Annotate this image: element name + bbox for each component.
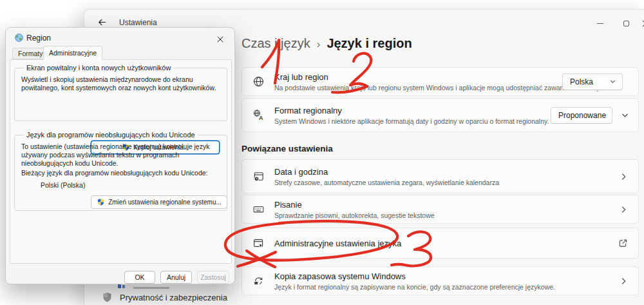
format-row-subtitle: System Windows i niektóre aplikacje form… bbox=[274, 117, 549, 125]
uac-shield-icon bbox=[97, 198, 105, 206]
close-icon bbox=[217, 36, 223, 43]
apply-button-disabled: Zastosuj bbox=[197, 271, 229, 284]
change-system-locale-button[interactable]: Zmień ustawienia regionalne systemu... bbox=[91, 195, 227, 209]
ok-button[interactable]: OK bbox=[124, 271, 155, 284]
tab-administracyjne[interactable]: Administracyjne bbox=[43, 46, 102, 60]
close-icon bbox=[642, 20, 644, 27]
dialog-close-button[interactable] bbox=[213, 32, 228, 46]
calendar-clock-icon bbox=[252, 170, 265, 182]
row-date-time[interactable]: Data i godzina Strefy czasowe, automatyc… bbox=[242, 159, 639, 193]
partial-sidebar-icon-fragment bbox=[118, 284, 121, 288]
related-settings-header: Powiązane ustawienia bbox=[242, 144, 333, 153]
sidebar-item-privacy[interactable]: Prywatność i zabezpieczenia bbox=[102, 292, 227, 302]
unicode-language-groupbox: Język dla programów nieobsługujących kod… bbox=[14, 131, 227, 211]
desktop: Ustawienia Czas i język › Język i region… bbox=[0, 0, 644, 305]
row-regional-format: A Format regionalny System Windows i nie… bbox=[242, 98, 639, 132]
dialog-title: Region bbox=[26, 34, 51, 43]
region-dialog: Region Formaty Administracyjne Ekran pow… bbox=[5, 27, 235, 284]
format-dropdown[interactable]: Proponowane bbox=[551, 107, 612, 124]
settings-window-title: Ustawienia bbox=[119, 18, 157, 27]
breadcrumb-parent[interactable]: Czas i język bbox=[242, 36, 310, 51]
breadcrumb: Czas i język › Język i region bbox=[242, 36, 412, 51]
minimize-icon bbox=[597, 23, 603, 24]
keyboard-icon bbox=[252, 203, 265, 215]
shield-icon bbox=[102, 292, 112, 302]
row-administrative-language-settings[interactable]: Administracyjne ustawienia języka bbox=[242, 228, 639, 259]
back-arrow-icon bbox=[97, 17, 107, 27]
row-country-or-region: Kraj lub region Na podstawie ustawienia … bbox=[242, 67, 639, 96]
cancel-button[interactable]: Anuluj bbox=[160, 271, 192, 284]
maximize-icon bbox=[623, 21, 629, 26]
chevron-right-icon bbox=[620, 205, 628, 213]
welcome-groupbox-description: Wyświetl i skopiuj ustawienia międzynaro… bbox=[21, 75, 220, 92]
globe-icon bbox=[252, 75, 265, 88]
unicode-groupbox-description: To ustawienie (ustawienia regionalne sys… bbox=[21, 143, 220, 168]
partial-sidebar-icon-fragment bbox=[122, 285, 125, 288]
row-windows-backup[interactable]: Kopia zapasowa systemu Windows Język i f… bbox=[242, 266, 639, 295]
admin-language-icon bbox=[252, 237, 265, 250]
unicode-groupbox-legend: Język dla programów nieobsługujących kod… bbox=[24, 131, 198, 139]
country-dropdown[interactable]: Polska bbox=[562, 74, 623, 90]
datetime-row-title: Data i godzina bbox=[274, 167, 499, 177]
page-title: Język i region bbox=[327, 36, 412, 51]
datetime-row-subtitle: Strefy czasowe, automatyczne ustawienia … bbox=[274, 179, 499, 186]
backup-row-title: Kopia zapasowa systemu Windows bbox=[274, 271, 555, 281]
tab-page-administrative: Ekran powitalny i konta nowych użytkowni… bbox=[10, 59, 232, 264]
country-dropdown-value: Polska bbox=[570, 77, 593, 86]
format-expand-button[interactable] bbox=[621, 111, 629, 119]
backup-sync-icon bbox=[252, 275, 265, 287]
chevron-right-icon bbox=[620, 172, 628, 181]
current-unicode-language-label: Bieżący język dla programów nieobsługują… bbox=[21, 169, 220, 177]
typing-row-title: Pisanie bbox=[274, 200, 435, 210]
row-typing[interactable]: Pisanie Sprawdzanie pisowni, autokorekta… bbox=[242, 195, 639, 224]
sidebar-privacy-label: Prywatność i zabezpieczenia bbox=[120, 293, 227, 302]
partial-sidebar-label-fragment bbox=[133, 287, 169, 289]
minimize-button[interactable] bbox=[591, 17, 610, 29]
format-row-title: Format regionalny bbox=[274, 106, 549, 115]
format-dropdown-value: Proponowane bbox=[558, 111, 606, 120]
region-globe-icon bbox=[14, 33, 24, 43]
regional-format-icon: A bbox=[252, 109, 265, 121]
welcome-groupbox-legend: Ekran powitalny i konta nowych użytkowni… bbox=[24, 64, 173, 72]
breadcrumb-separator: › bbox=[317, 38, 321, 51]
maximize-button[interactable] bbox=[616, 17, 636, 29]
typing-row-subtitle: Sprawdzanie pisowni, autokorekta, sugest… bbox=[274, 212, 435, 219]
chevron-down-icon bbox=[621, 111, 629, 119]
close-window-button[interactable] bbox=[636, 17, 644, 29]
external-link-icon bbox=[618, 239, 628, 248]
admin-row-title: Administracyjne ustawienia języka bbox=[274, 239, 401, 248]
chevron-right-icon bbox=[620, 277, 628, 285]
chevron-down-icon bbox=[609, 78, 616, 85]
current-unicode-language-value: Polski (Polska) bbox=[41, 181, 220, 189]
welcome-screen-groupbox: Ekran powitalny i konta nowych użytkowni… bbox=[14, 64, 227, 121]
svg-text:A: A bbox=[259, 115, 263, 121]
country-row-subtitle: Na podstawie ustawienia kraju lub region… bbox=[274, 84, 598, 92]
country-row-title: Kraj lub region bbox=[274, 72, 598, 82]
backup-row-subtitle: Język i format regionalny są zapisywane … bbox=[274, 283, 555, 291]
change-system-locale-label: Zmień ustawienia regionalne systemu... bbox=[108, 199, 222, 206]
